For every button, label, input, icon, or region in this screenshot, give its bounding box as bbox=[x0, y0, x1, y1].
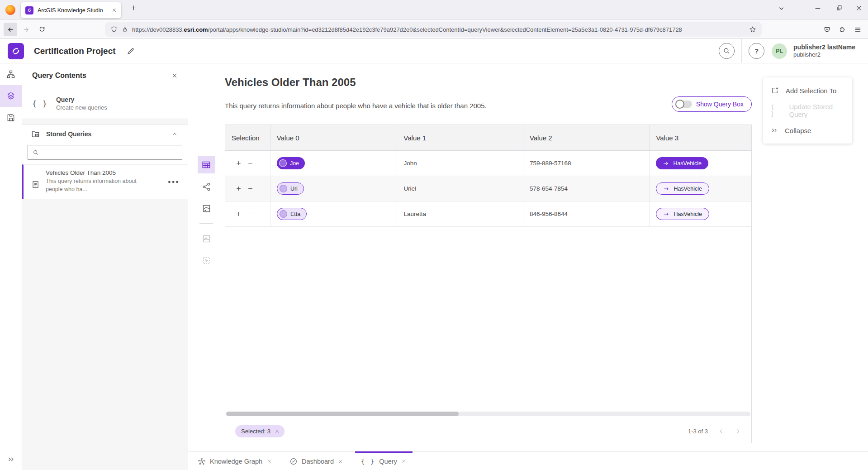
relation-pill[interactable]: HasVehicle bbox=[656, 182, 709, 195]
tab-knowledge-graph[interactable]: Knowledge Graph bbox=[192, 451, 278, 470]
window-restore-button[interactable] bbox=[836, 5, 843, 11]
forward-button[interactable] bbox=[19, 23, 33, 36]
query-create-item[interactable]: { } Query Create new queries bbox=[22, 88, 188, 119]
stored-queries-header[interactable]: Stored Queries bbox=[22, 125, 188, 143]
entity-pill[interactable]: Etta bbox=[277, 208, 307, 220]
tab-list-chevron-icon[interactable] bbox=[778, 5, 785, 12]
entity-pill[interactable]: Joe bbox=[277, 157, 305, 169]
close-tab-icon[interactable] bbox=[266, 459, 272, 464]
site-favicon bbox=[25, 6, 33, 14]
back-button[interactable] bbox=[4, 23, 17, 36]
add-to-selection-icon[interactable] bbox=[236, 160, 242, 166]
rail-expand-chevrons-icon[interactable] bbox=[0, 450, 22, 468]
rail-contents-layers-icon[interactable] bbox=[0, 85, 22, 107]
column-header-value2[interactable]: Value 2 bbox=[523, 125, 650, 150]
menu-item-collapse[interactable]: Collapse bbox=[763, 120, 852, 140]
braces-icon: { } bbox=[361, 458, 375, 465]
search-button[interactable] bbox=[719, 43, 735, 59]
rail-data-model-icon[interactable] bbox=[0, 63, 22, 85]
menu-hamburger-icon[interactable] bbox=[851, 23, 864, 36]
pagination-range: 1-3 of 3 bbox=[688, 428, 708, 435]
stored-query-item[interactable]: Vehicles Older Than 2005 This query retu… bbox=[22, 164, 188, 199]
remove-from-selection-icon[interactable] bbox=[247, 186, 253, 192]
tab-dashboard[interactable]: Dashboard bbox=[284, 451, 349, 470]
query-contents-panel: Query Contents { } Query Create new quer… bbox=[22, 63, 188, 470]
stored-queries-section: Stored Queries Vehicles Older T bbox=[22, 125, 188, 199]
add-map-view-icon[interactable] bbox=[198, 230, 215, 247]
help-button[interactable]: ? bbox=[749, 43, 764, 59]
relation-pill[interactable]: HasVehicle bbox=[656, 157, 708, 169]
entity-pill[interactable]: Uri bbox=[277, 182, 304, 195]
selection-tool-icon[interactable] bbox=[198, 252, 215, 269]
add-to-selection-icon[interactable] bbox=[236, 186, 242, 192]
user-role: publisher2 bbox=[793, 51, 855, 58]
next-page-icon[interactable] bbox=[735, 428, 741, 435]
relation-pill[interactable]: HasVehicle bbox=[656, 208, 709, 220]
cell-phone[interactable]: 846-956-8644 bbox=[523, 201, 650, 226]
bookmark-star-icon[interactable] bbox=[749, 26, 756, 33]
column-header-selection[interactable]: Selection bbox=[225, 125, 270, 150]
browser-tab-strip: ArcGIS Knowledge Studio bbox=[0, 0, 868, 20]
remove-from-selection-icon[interactable] bbox=[247, 211, 253, 217]
menu-item-update-stored-query[interactable]: { } Update Stored Query bbox=[763, 101, 852, 120]
search-input[interactable] bbox=[43, 149, 177, 156]
horizontal-scrollbar[interactable] bbox=[226, 412, 750, 416]
browser-tab-title: ArcGIS Knowledge Studio bbox=[38, 7, 108, 14]
table-row: Etta Lauretta 846-956-8644 HasVehicle bbox=[225, 201, 751, 227]
map-view-icon[interactable] bbox=[198, 200, 215, 217]
tracking-shield-icon[interactable] bbox=[110, 26, 118, 33]
show-query-box-toggle[interactable]: Show Query Box bbox=[672, 96, 752, 112]
braces-icon: { } bbox=[32, 99, 48, 108]
url-bar[interactable]: https://dev0028833.esri.com/portal/apps/… bbox=[105, 22, 762, 37]
cell-name[interactable]: Lauretta bbox=[397, 201, 523, 226]
remove-from-selection-icon[interactable] bbox=[247, 160, 253, 166]
firefox-icon[interactable] bbox=[5, 5, 15, 15]
cell-name[interactable]: Uriel bbox=[397, 176, 523, 201]
tab-query[interactable]: { } Query bbox=[355, 451, 413, 470]
link-chart-view-icon[interactable] bbox=[198, 178, 215, 195]
edit-title-pencil-icon[interactable] bbox=[127, 47, 135, 55]
scrollbar-thumb[interactable] bbox=[226, 412, 459, 416]
knowledge-studio-logo bbox=[8, 43, 24, 59]
column-header-value3[interactable]: Value 3 bbox=[650, 125, 751, 150]
cell-phone[interactable]: 578-654-7854 bbox=[523, 176, 650, 201]
previous-page-icon[interactable] bbox=[718, 428, 725, 435]
table-view-icon[interactable] bbox=[198, 156, 215, 173]
panel-close-icon[interactable] bbox=[171, 72, 178, 79]
clear-selection-icon[interactable] bbox=[275, 429, 280, 434]
cell-name[interactable]: John bbox=[397, 151, 523, 176]
menu-item-add-selection-to[interactable]: Add Selection To bbox=[763, 81, 852, 101]
close-tab-icon[interactable] bbox=[401, 459, 407, 464]
add-to-selection-icon[interactable] bbox=[236, 211, 242, 217]
view-toolbar bbox=[198, 156, 215, 273]
close-tab-icon[interactable] bbox=[338, 459, 343, 464]
toggle-switch[interactable] bbox=[676, 101, 692, 108]
rail-save-icon[interactable] bbox=[0, 107, 22, 129]
browser-nav-bar: https://dev0028833.esri.com/portal/apps/… bbox=[0, 20, 868, 39]
tab-close-icon[interactable] bbox=[112, 8, 117, 13]
new-tab-button[interactable] bbox=[130, 5, 137, 11]
user-avatar[interactable]: PL bbox=[772, 43, 787, 59]
project-title: Certification Project bbox=[34, 46, 116, 56]
stored-query-search[interactable] bbox=[28, 145, 182, 160]
reload-button[interactable] bbox=[35, 23, 49, 36]
stored-query-doc-icon bbox=[31, 176, 40, 193]
selected-count-chip[interactable]: Selected: 3 bbox=[235, 425, 285, 437]
browser-tab[interactable]: ArcGIS Knowledge Studio bbox=[21, 2, 121, 18]
pocket-icon[interactable] bbox=[820, 23, 834, 36]
panel-spacer bbox=[22, 119, 188, 125]
cell-phone[interactable]: 759-889-57168 bbox=[523, 151, 650, 176]
column-header-value0[interactable]: Value 0 bbox=[270, 125, 398, 150]
window-close-button[interactable] bbox=[855, 5, 863, 12]
page-description: This query returns information about peo… bbox=[225, 102, 487, 110]
arrow-right-icon bbox=[663, 186, 669, 192]
item-options-ellipsis-icon[interactable]: ●●● bbox=[168, 179, 180, 184]
column-header-value1[interactable]: Value 1 bbox=[397, 125, 523, 150]
lock-icon[interactable] bbox=[122, 26, 128, 33]
workspace-tab-bar: Knowledge Graph Dashboard { } Query bbox=[188, 451, 868, 470]
extensions-puzzle-icon[interactable] bbox=[835, 23, 849, 36]
window-minimize-button[interactable] bbox=[814, 5, 821, 12]
collapse-section-chevron-icon[interactable] bbox=[171, 131, 178, 137]
braces-icon: { } bbox=[771, 104, 782, 117]
user-info[interactable]: publisher2 lastName publisher2 bbox=[793, 43, 855, 59]
